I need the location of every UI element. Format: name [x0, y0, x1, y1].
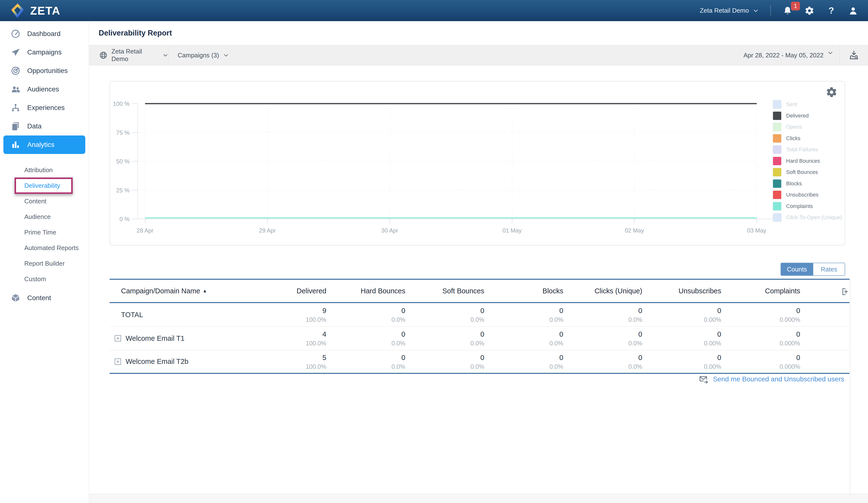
sidebar-item-campaigns[interactable]: Campaigns: [0, 43, 89, 61]
add-column-icon: [839, 285, 849, 298]
help-button[interactable]: ?: [826, 6, 836, 16]
metric-rate: 0.0%: [326, 315, 405, 324]
sidebar-item-content[interactable]: Content: [0, 289, 89, 307]
legend-item-unsubscribes[interactable]: Unsubscribes: [773, 191, 818, 199]
sidebar-subitem-content[interactable]: Content: [0, 193, 89, 209]
sidebar-subitem-label: Content: [24, 198, 46, 205]
svg-text:02 May: 02 May: [625, 227, 644, 234]
legend-label: Unsubscribes: [786, 192, 818, 198]
notifications-button[interactable]: 1: [783, 6, 793, 16]
column-header-soft-bounces[interactable]: Soft Bounces: [405, 287, 484, 295]
legend-swatch: [773, 145, 781, 154]
divider: [850, 279, 850, 494]
horizontal-scrollbar-track[interactable]: [89, 494, 868, 503]
account-filter-label: Zeta Retail Demo: [112, 48, 159, 63]
metric-count: 0: [326, 329, 405, 339]
legend-item-clicks[interactable]: Clicks: [773, 134, 800, 142]
sidebar-item-dashboard[interactable]: Dashboard: [0, 24, 89, 43]
metric-rate: 0.00%: [642, 362, 721, 371]
top-navigation-bar: ZETA Zeta Retail Demo 1 ?: [0, 0, 868, 21]
sidebar-item-label: Audiences: [27, 85, 59, 93]
legend-item-total-failures[interactable]: Total Failures: [773, 145, 818, 154]
legend-label: Click-To-Open (Unique): [786, 214, 842, 221]
expand-row-icon[interactable]: [113, 357, 122, 366]
legend-swatch: [773, 202, 781, 210]
column-header-delivered[interactable]: Delivered: [247, 287, 326, 295]
column-header-label: Campaign/Domain Name: [121, 287, 200, 295]
metric-count: 0: [642, 306, 721, 315]
svg-text:01 May: 01 May: [503, 227, 522, 234]
account-name: Zeta Retail Demo: [700, 7, 749, 14]
row-name-label: Welcome Email T1: [126, 334, 184, 342]
sidebar-item-analytics[interactable]: Analytics: [3, 135, 85, 154]
expand-row-icon[interactable]: [113, 334, 122, 343]
legend-label: Soft Bounces: [786, 169, 818, 175]
main-content: Deliverability Report Zeta Retail Demo C…: [89, 21, 868, 503]
sidebar-item-opportunities[interactable]: Opportunities: [0, 61, 89, 80]
sidebar: DashboardCampaignsOpportunitiesAudiences…: [0, 21, 89, 503]
rates-tab[interactable]: Rates: [813, 263, 845, 275]
metric-cell: 4100.0%: [247, 329, 326, 347]
chevron-down-icon: [163, 52, 168, 58]
sidebar-item-experiences[interactable]: Experiences: [0, 99, 89, 117]
metric-cell: 00.00%: [642, 329, 721, 347]
row-name-label: Welcome Email T2b: [126, 358, 188, 365]
sidebar-item-label: Analytics: [27, 141, 54, 149]
brand[interactable]: ZETA: [10, 3, 61, 19]
sidebar-item-audiences[interactable]: Audiences: [0, 80, 89, 99]
sidebar-subitem-prime-time[interactable]: Prime Time: [0, 224, 89, 240]
column-header-hard-bounces[interactable]: Hard Bounces: [326, 287, 405, 295]
legend-item-sent[interactable]: Sent: [773, 100, 797, 109]
account-filter[interactable]: Zeta Retail Demo: [89, 48, 168, 63]
legend-item-soft-bounces[interactable]: Soft Bounces: [773, 168, 818, 176]
account-switcher[interactable]: Zeta Retail Demo: [700, 7, 759, 14]
metric-rate: 0.0%: [484, 315, 563, 324]
settings-button[interactable]: [804, 6, 815, 16]
user-menu-button[interactable]: [848, 6, 858, 16]
svg-text:50 %: 50 %: [116, 158, 130, 165]
metric-count: 0: [721, 306, 800, 315]
metric-cell: 00.000%: [721, 329, 800, 347]
metric-cell: 00.0%: [326, 353, 405, 371]
row-name-cell: TOTAL: [110, 311, 247, 319]
sidebar-subitem-custom[interactable]: Custom: [0, 271, 89, 287]
date-range-filter[interactable]: Apr 28, 2022 - May 05, 2022: [743, 52, 839, 59]
sidebar-item-label: Content: [27, 294, 51, 302]
metric-count: 0: [563, 306, 642, 315]
column-header-blocks[interactable]: Blocks: [484, 287, 563, 295]
sidebar-subitem-report-builder[interactable]: Report Builder: [0, 255, 89, 271]
date-range-label: Apr 28, 2022 - May 05, 2022: [743, 52, 824, 59]
sidebar-item-label: Opportunities: [27, 67, 68, 75]
svg-text:28 Apr: 28 Apr: [136, 227, 153, 234]
deliverability-line-chart: 100 %75 %50 %25 %0 %28 Apr29 Apr30 Apr01…: [110, 81, 846, 246]
metric-rate: 0.0%: [405, 339, 484, 347]
svg-text:03 May: 03 May: [747, 227, 766, 234]
column-header-unsubscribes[interactable]: Unsubscribes: [642, 287, 721, 295]
campaigns-filter-label: Campaigns (3): [178, 52, 219, 59]
deliverability-chart-card: 100 %75 %50 %25 %0 %28 Apr29 Apr30 Apr01…: [110, 81, 845, 245]
sidebar-subitem-deliverability[interactable]: Deliverability: [0, 178, 89, 193]
column-header-complaints[interactable]: Complaints: [721, 287, 800, 295]
column-header-campaign-domain-name[interactable]: Campaign/Domain Name▲: [110, 287, 247, 295]
sidebar-subitem-attribution[interactable]: Attribution: [0, 162, 89, 178]
sidebar-subitem-audience[interactable]: Audience: [0, 209, 89, 224]
legend-item-delivered[interactable]: Delivered: [773, 112, 809, 120]
chart-settings-button[interactable]: [826, 86, 837, 98]
legend-item-blocks[interactable]: Blocks: [773, 180, 802, 188]
add-column-button[interactable]: [839, 285, 849, 298]
column-header-clicks-unique[interactable]: Clicks (Unique): [563, 287, 642, 295]
legend-item-click-to-open-unique[interactable]: Click-To-Open (Unique): [773, 213, 842, 222]
table-header-row: Campaign/Domain Name▲DeliveredHard Bounc…: [110, 280, 849, 303]
campaigns-filter[interactable]: Campaigns (3): [168, 52, 229, 59]
sidebar-item-data[interactable]: Data: [0, 117, 89, 135]
legend-item-complaints[interactable]: Complaints: [773, 202, 813, 210]
sidebar-subitem-automated-reports[interactable]: Automated Reports: [0, 240, 89, 255]
legend-item-hard-bounces[interactable]: Hard Bounces: [773, 157, 820, 165]
send-bounced-link[interactable]: Send me Bounced and Unsubscribed users: [699, 374, 844, 384]
counts-tab[interactable]: Counts: [781, 263, 813, 275]
export-button[interactable]: [840, 45, 868, 65]
metric-rate: 0.0%: [326, 362, 405, 371]
data-icon: [11, 121, 20, 131]
metric-cell: 00.0%: [484, 306, 563, 324]
legend-item-opens[interactable]: Opens: [773, 123, 802, 131]
